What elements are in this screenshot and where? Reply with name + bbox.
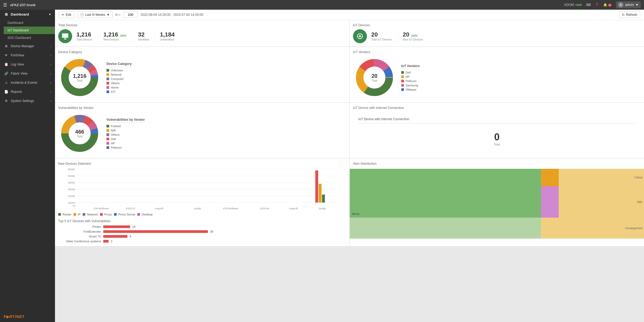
sidebar-item-fabric-view[interactable]: 🔗 Fabric View › [0, 69, 55, 78]
bar-value-smarttv: 9 [130, 235, 131, 238]
iot-vendors-legend-items: Dell HP Pefecon Samsung VMware [401, 71, 420, 91]
device-category-center: 1,216 Total [73, 73, 86, 82]
treemap-uncategorized: Uncategorized [541, 218, 644, 239]
legend-hp-vuln: HP [106, 142, 145, 145]
treemap-bottom-left [350, 218, 541, 239]
sidebar-item-incidents-events[interactable]: ⚠ Incidents & Events › [0, 78, 55, 87]
svg-text:July: July [318, 207, 326, 210]
svg-rect-0 [62, 34, 68, 38]
legend-dot-hp [401, 75, 404, 78]
adom-label: ADOM: root [564, 3, 582, 7]
legend-dot-iot [106, 90, 109, 93]
alert-treemap: Alerts Critical High [350, 169, 644, 239]
legend-dot-vmware [401, 88, 404, 91]
fortiview-arrow: › [50, 54, 51, 57]
edit-button[interactable]: ✏ Edit [59, 12, 74, 18]
legend-desktop: Desktop [137, 213, 152, 216]
iot-new-label: New IoT Devices [403, 38, 423, 41]
iot-internet-content: IoT Device with Internet Connection 0 To… [353, 112, 641, 151]
legend-dot-pefecon [401, 80, 404, 82]
iot-internet-panel: IoT Device with Internet Connection IoT … [350, 103, 644, 158]
n-input[interactable] [123, 12, 138, 18]
sidebar-item-log-view[interactable]: 📋 Log View › [0, 60, 55, 69]
help-icon[interactable]: ❓ [595, 3, 599, 7]
iot-new-value: 20 [403, 31, 409, 38]
legend-pefecon: Pefecon [401, 79, 420, 83]
treemap-high [541, 186, 559, 218]
fabric-view-icon: 🔗 [4, 72, 9, 75]
treemap-critical-label: Critical [634, 176, 642, 179]
iot-internet-total-label: Total [358, 143, 635, 146]
sidebar-item-system-settings[interactable]: ⚙ System Settings › [0, 96, 55, 105]
stat-unidentified-label: Unidentified [160, 38, 175, 41]
sidebar-label-fabric-view: Fabric View [11, 72, 27, 75]
admin-button[interactable]: A admin ▼ [616, 1, 641, 8]
svg-text:100: 100 [68, 202, 75, 204]
device-category-legend-title: Device Category [106, 62, 132, 67]
sidebar-label-iot-dashboard: IoT Dashboard [8, 28, 29, 32]
terminal-icon[interactable]: ⌨ [586, 3, 591, 7]
sidebar: ⊞ Dashboard ▼ Dashboard IoT Dashboard SO… [0, 10, 55, 322]
vulnerabilities-legend-title: Vulnerabilities by Vendor [106, 118, 145, 123]
legend-vmware: VMware [401, 88, 420, 91]
iot-vendors-total: 20 [371, 73, 377, 79]
sidebar-item-iot-dashboard[interactable]: IoT Dashboard [4, 27, 55, 34]
legend-others: Others [106, 82, 132, 85]
treemap-uncategorized-label: Uncategorized [625, 227, 642, 230]
treemap-alerts: Alerts [350, 169, 541, 218]
app-title: eFAZ-237-trunk [10, 3, 36, 7]
admin-avatar: A [618, 2, 623, 8]
svg-text:2023: 2023 [125, 207, 135, 210]
treemap-critical-label-area: Critical [559, 169, 644, 186]
sidebar-label-incidents-events: Incidents & Events [11, 81, 37, 85]
refresh-button[interactable]: ↻ Refresh [619, 12, 640, 18]
bar-list-printer: Printer 10 [58, 225, 346, 228]
fabric-view-arrow: › [50, 72, 51, 75]
sidebar-item-soc-dashboard[interactable]: SOC Dashboard [4, 34, 55, 42]
iot-devices-content: 20 Total IoT Devices 20 100% New IoT Dev… [353, 29, 641, 43]
edit-label: Edit [66, 13, 71, 17]
sidebar-sub-dashboard: Dashboard IoT Dashboard SOC Dashboard [0, 19, 55, 42]
bar-label-videoconf: Video Conference systems [58, 240, 101, 243]
legend-na: N/A [106, 129, 145, 132]
bar-list-fortiextender: FortiExtender 39 [58, 230, 346, 233]
bell-icon[interactable]: 🔔 1 [603, 3, 612, 7]
treemap-high-label-area: High [559, 186, 644, 218]
iot-internet-title: IoT Device with Internet Connection [353, 106, 641, 110]
device-category-total: 1,216 [73, 73, 86, 79]
settings-arrow: › [50, 100, 51, 103]
stat-total-label: Total Devices [76, 38, 92, 41]
device-category-chart-row: 1,216 Total Device Category Unknown Netw… [58, 56, 346, 99]
bar-videoconf [103, 240, 109, 243]
bar-list-videoconf: Video Conference systems 2 [58, 240, 346, 243]
stat-divider-2 [133, 31, 133, 42]
vulnerabilities-legend: Vulnerabilities by Vendor Fortinet N/A O… [106, 118, 145, 149]
stat-new-pct: 100% [119, 34, 127, 37]
legend-proxy-server: Proxy Server [114, 213, 135, 216]
hamburger-menu[interactable]: ☰ [3, 2, 7, 8]
alert-distribution-panel: Alert Distribution Alerts Critical [350, 159, 644, 246]
iot-internet-chart-title: IoT Device with Internet Connection [358, 117, 635, 123]
sidebar-item-fortiview[interactable]: 👁 FortiView › [0, 51, 55, 60]
legend-hp: HP [401, 75, 420, 78]
sidebar-item-reports[interactable]: 📄 Reports › [0, 87, 55, 96]
legend-dot-others-vuln [106, 133, 109, 136]
new-devices-chart: 600 500 400 300 200 100 0 October 2023 A… [58, 168, 346, 211]
new-devices-panel: New Devices Detected 600 [55, 159, 349, 246]
time-selector[interactable]: 🕐 Last N Weeks ▼ [77, 12, 113, 18]
legend-fortinet: Fortinet [106, 125, 145, 128]
bar-value-videoconf: 2 [111, 240, 112, 243]
sidebar-item-dashboard-main[interactable]: Dashboard [4, 19, 55, 27]
main-layout: ⊞ Dashboard ▼ Dashboard IoT Dashboard SO… [0, 10, 644, 322]
top-navigation: ☰ eFAZ-237-trunk ADOM: root ⌨ ❓ 🔔 1 A ad… [0, 0, 644, 10]
sidebar-dashboard-section: ⊞ Dashboard ▼ Dashboard IoT Dashboard SO… [0, 10, 55, 42]
total-devices-content: 1,216 Total Devices 1,216 100% New Devic… [58, 29, 346, 43]
iot-new-pct: 100% [410, 34, 418, 37]
stat-divider-3 [154, 31, 154, 42]
svg-text:October: October [223, 207, 239, 210]
log-view-icon: 📋 [4, 63, 9, 66]
sidebar-item-dashboard[interactable]: ⊞ Dashboard ▼ [0, 10, 55, 19]
sidebar-item-device-manager[interactable]: 🖥 Device Manager › [0, 42, 55, 51]
row-bottom: New Devices Detected 600 [55, 159, 644, 246]
iot-total-value: 20 [371, 31, 392, 38]
